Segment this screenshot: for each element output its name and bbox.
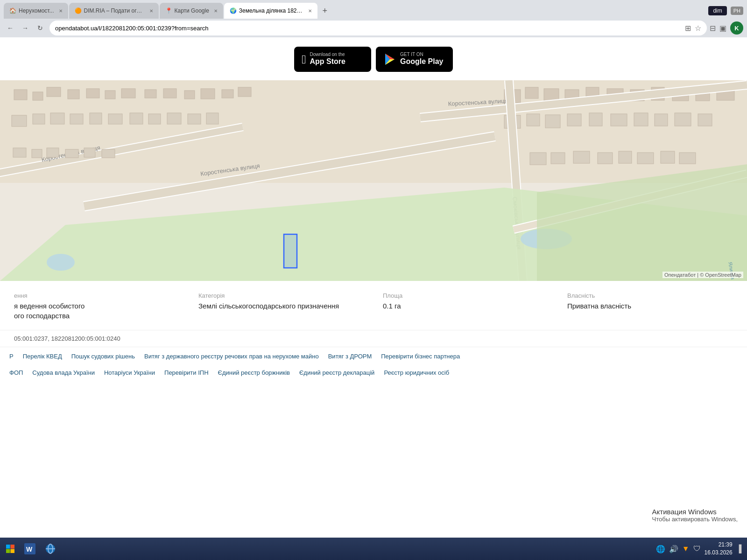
link-ipn[interactable]: Перевірити ІПН [164,369,209,376]
info-label-3: Власність [567,292,733,299]
new-tab-button[interactable]: + [318,4,331,17]
link-kved[interactable]: Перелік КВЕД [23,353,62,360]
app-store-area:  Download on the App Store GET IT ON Go… [0,37,747,80]
profile-circle[interactable]: K [730,21,743,35]
info-value-3: Приватна власність [567,301,733,311]
tab-3[interactable]: 📍 Карти Google ✕ [160,3,223,19]
info-section: ення я ведення особистогоого господарств… [0,281,747,330]
svg-rect-17 [222,90,233,98]
tab-1-close[interactable]: ✕ [59,8,63,14]
link-legal[interactable]: Реєстр юридичних осіб [384,369,449,376]
forward-button[interactable]: → [19,21,32,35]
info-value-2: 0.1 га [383,301,549,311]
links-row-1: Р Перелік КВЕД Пошук судових рішень Витя… [0,347,747,365]
tab-2-close[interactable]: ✕ [149,8,153,14]
svg-rect-18 [238,87,251,97]
link-drorm[interactable]: Витяг з ДРОРМ [328,353,372,360]
translate-icon[interactable]: ⊞ [685,24,691,33]
link-notary[interactable]: Нотаріуси України [104,369,155,376]
apple-store-big: App Store [310,57,345,66]
svg-rect-26 [148,114,161,124]
svg-rect-13 [145,90,156,98]
link-court[interactable]: Пошук судових рішень [71,353,135,360]
svg-rect-70 [573,151,590,163]
svg-rect-67 [102,149,115,158]
svg-rect-45 [589,113,602,126]
info-col-0: ення я ведення особистогоого господарств… [14,292,180,321]
svg-rect-66 [84,148,95,157]
link-fop[interactable]: ФОП [9,369,23,376]
svg-rect-42 [527,114,540,126]
link-debtors[interactable]: Єдиний реєстр боржників [218,369,290,376]
svg-rect-23 [90,113,102,124]
svg-rect-63 [32,149,42,158]
svg-rect-62 [13,148,26,157]
svg-rect-43 [545,115,560,128]
toolbar-icons: ⊟ ▣ K [710,21,743,35]
page-content:  Download on the App Store GET IT ON Go… [0,37,747,380]
svg-rect-24 [108,114,122,124]
svg-rect-49 [675,113,691,126]
svg-rect-32 [544,89,559,101]
map-svg: Коростенська вулиця Коростенська вулиця … [0,80,747,281]
map-container[interactable]: Коростенська вулиця Коростенська вулиця … [0,80,747,281]
svg-rect-65 [65,149,78,158]
address-bar-icons: ⊞ ☆ [685,24,701,33]
back-button[interactable]: ← [4,21,17,35]
dim-badge: dim [708,6,726,15]
svg-rect-46 [611,114,627,126]
extension-icon[interactable]: ▣ [719,24,726,33]
tab-4-close[interactable]: ✕ [308,8,312,14]
svg-rect-6 [14,90,27,100]
tab-bar: 🏠 Нерухомост... ✕ 🟠 DIM.RIA – Подати ого… [0,0,747,19]
google-play-button[interactable]: GET IT ON Google Play [376,47,453,72]
link-registry[interactable]: Витяг з державного реєстру речових прав … [144,353,319,360]
tab-4[interactable]: 🌍 Земельна ділянка 18220812000... ✕ [224,3,317,19]
svg-rect-28 [188,114,201,124]
svg-rect-21 [50,113,64,124]
svg-rect-10 [86,89,99,98]
svg-rect-71 [598,153,613,164]
link-business[interactable]: Перевірити бізнес партнера [381,353,460,360]
tab-3-label: Карти Google [175,7,209,14]
info-label-2: Площа [383,292,549,299]
svg-rect-31 [525,87,538,98]
tab-1[interactable]: 🏠 Нерухомост... ✕ [4,3,68,19]
svg-rect-11 [105,91,115,99]
svg-rect-12 [121,89,135,98]
info-col-2: Площа 0.1 га [383,292,549,321]
apple-store-text: Download on the App Store [310,52,345,66]
map-attribution: Опендатабот | © OpenStreetMap [662,272,743,278]
parcel-ids-row: 05:001:0237, 1822081200:05:001:0240 [0,330,747,347]
tab-3-close[interactable]: ✕ [214,8,218,14]
svg-rect-29 [206,113,218,124]
svg-rect-27 [167,113,181,124]
links-row-2: ФОП Судова влада України Нотаріуси Украї… [0,365,747,380]
tab-2[interactable]: 🟠 DIM.RIA – Подати оголошенн... ✕ [69,3,159,19]
google-play-big: Google Play [400,57,443,66]
cast-icon[interactable]: ⊟ [710,24,716,33]
svg-rect-7 [33,92,43,100]
reload-button[interactable]: ↻ [34,21,47,35]
bookmark-icon[interactable]: ☆ [695,24,701,33]
link-r[interactable]: Р [9,353,14,360]
google-play-icon [383,53,396,66]
info-value-0: я ведення особистогоого господарства [14,301,180,321]
svg-rect-19 [12,115,27,126]
link-court-ua[interactable]: Судова влада України [32,369,95,376]
svg-rect-79 [284,234,297,268]
info-col-3: Власність Приватна власність [567,292,733,321]
address-bar[interactable]: opendatabot.ua/l/1822081200:05:001:0239?… [49,21,707,35]
tab-3-favicon: 📍 [165,7,172,14]
svg-point-61 [47,254,75,271]
link-declarations[interactable]: Єдиний реєстр декларацій [299,369,374,376]
svg-rect-75 [679,153,696,164]
apple-store-button[interactable]:  Download on the App Store [294,47,371,72]
svg-rect-47 [634,113,648,126]
svg-rect-14 [163,89,176,98]
tab-2-favicon: 🟠 [75,7,81,14]
svg-rect-44 [567,114,581,126]
svg-rect-25 [130,113,143,124]
tab-1-label: Нерухомост... [19,7,54,14]
address-bar-row: ← → ↻ opendatabot.ua/l/1822081200:05:001… [0,19,747,37]
